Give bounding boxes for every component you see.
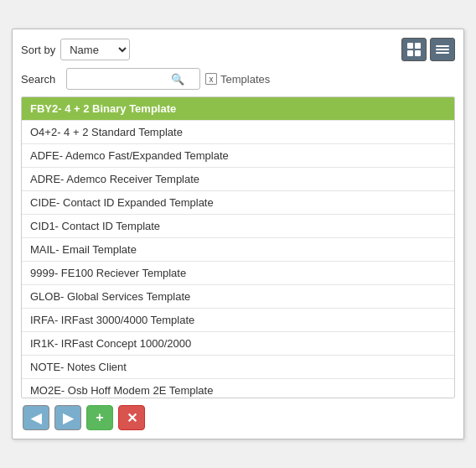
list-item[interactable]: NOTE- Notes Client [22, 356, 454, 379]
search-label: Search [21, 73, 58, 86]
bottom-toolbar: ◀ ▶ + ✕ [21, 405, 455, 430]
view-icons [401, 38, 455, 61]
delete-button[interactable]: ✕ [118, 405, 145, 430]
list-item[interactable]: MAIL- Email Template [22, 238, 454, 262]
list-item[interactable]: 9999- FE100 Reciever Template [22, 262, 454, 285]
templates-label: Templates [220, 73, 270, 86]
list-item[interactable]: MO2E- Osb Hoff Modem 2E Template [22, 379, 454, 398]
list-container[interactable]: FBY2- 4 + 2 Binary TemplateO4+2- 4 + 2 S… [21, 96, 455, 398]
grid-icon [407, 43, 421, 56]
list-item[interactable]: IR1K- IRFast Concept 1000/2000 [22, 332, 454, 356]
list-item[interactable]: GLOB- Global Services Template [22, 285, 454, 309]
grid-view-button[interactable] [401, 38, 427, 61]
sort-select[interactable]: Name Date Type [60, 39, 130, 60]
sort-label: Sort by [21, 44, 55, 56]
prev-button[interactable]: ◀ [23, 405, 49, 430]
list-item[interactable]: FBY2- 4 + 2 Binary Template [22, 97, 454, 121]
search-input-wrap: 🔍 [66, 68, 200, 90]
list-item[interactable]: ADFE- Ademco Fast/Expanded Template [22, 144, 454, 168]
list-item[interactable]: IRFA- IRFast 3000/4000 Template [22, 309, 454, 332]
list-item[interactable]: CID1- Contact ID Template [22, 215, 454, 238]
list-view-button[interactable] [430, 38, 455, 61]
templates-close-icon[interactable]: x [205, 73, 217, 85]
search-input[interactable] [70, 73, 171, 86]
search-icon: 🔍 [171, 73, 184, 86]
list-icon [436, 43, 449, 56]
search-row: Search 🔍 x Templates [21, 68, 455, 90]
toolbar-row: Sort by Name Date Type [21, 38, 455, 61]
list-item[interactable]: O4+2- 4 + 2 Standard Template [22, 121, 454, 144]
list-item[interactable]: CIDE- Contact ID Expanded Template [22, 191, 454, 215]
list-item[interactable]: ADRE- Ademco Receiver Template [22, 168, 454, 191]
next-button[interactable]: ▶ [54, 405, 81, 430]
templates-badge: x Templates [205, 73, 270, 86]
main-panel: Sort by Name Date Type [12, 29, 464, 439]
add-button[interactable]: + [86, 405, 113, 430]
